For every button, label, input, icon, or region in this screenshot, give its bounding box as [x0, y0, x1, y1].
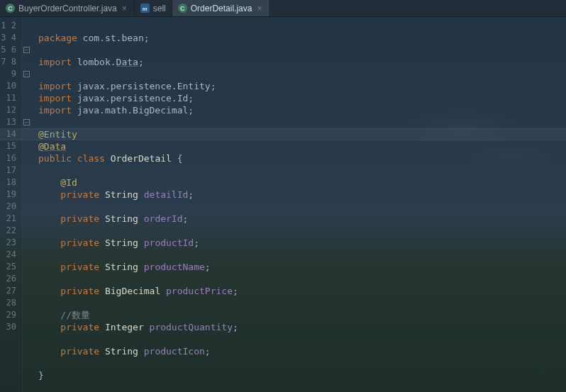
- package-path: com.st.bean;: [77, 33, 150, 43]
- class-name: OrderDetail: [111, 153, 172, 164]
- fold-toggle-icon[interactable]: −: [23, 119, 30, 125]
- field-name: productPrice: [166, 286, 233, 296]
- annotation-id: @Id: [60, 177, 77, 188]
- brace: {: [172, 153, 183, 164]
- keyword-private: private: [60, 213, 99, 224]
- type: String: [105, 237, 138, 248]
- tab-label: BuyerOrderController.java: [18, 4, 117, 13]
- import-path: lombok.: [72, 57, 116, 67]
- type: BigDecimal: [105, 286, 160, 296]
- keyword-private: private: [60, 237, 99, 248]
- import-path: javax.persistence.Id;: [72, 93, 194, 103]
- type: String: [105, 189, 138, 200]
- comment: //数量: [60, 310, 90, 320]
- field-name: productIcon: [144, 346, 205, 357]
- maven-icon: m: [140, 4, 150, 13]
- close-icon[interactable]: ×: [121, 4, 128, 13]
- semicolon: ;: [138, 57, 144, 67]
- import-path: java.math.BigDecimal;: [72, 105, 194, 116]
- keyword-private: private: [60, 346, 99, 357]
- keyword-import: import: [38, 93, 72, 103]
- import-data: Data: [116, 57, 138, 67]
- type: String: [105, 213, 138, 224]
- current-line-highlight: [0, 128, 566, 140]
- keyword-import: import: [38, 105, 72, 116]
- type: String: [105, 346, 138, 357]
- keyword-import: import: [38, 81, 72, 91]
- semicolon: ;: [183, 213, 189, 224]
- semicolon: ;: [205, 262, 211, 272]
- line-gutter: 1 2 3 4 5 6 7 8 9 10 11 12 13 14 15 16 1…: [0, 17, 23, 392]
- keyword-public: public: [38, 153, 72, 164]
- keyword-package: package: [38, 33, 77, 43]
- semicolon: ;: [205, 346, 211, 357]
- tab-label: OrderDetail.java: [191, 4, 253, 13]
- tab-orderdetail[interactable]: C OrderDetail.java ×: [172, 0, 270, 16]
- code-editor[interactable]: 1 2 3 4 5 6 7 8 9 10 11 12 13 14 15 16 1…: [0, 17, 566, 392]
- close-icon[interactable]: ×: [255, 4, 263, 13]
- java-class-icon: C: [178, 4, 187, 13]
- field-name: productQuantity: [150, 322, 233, 332]
- keyword-import: import: [38, 57, 72, 67]
- annotation-data: @Data: [38, 141, 66, 152]
- import-path: javax.persistence.Entity;: [72, 81, 216, 91]
- semicolon: ;: [233, 322, 238, 332]
- keyword-private: private: [60, 189, 99, 200]
- field-name: productName: [144, 262, 205, 272]
- semicolon: ;: [194, 237, 199, 248]
- tab-label: sell: [153, 4, 166, 13]
- field-name: productId: [144, 237, 194, 248]
- keyword-private: private: [60, 322, 99, 332]
- keyword-class: class: [77, 153, 105, 164]
- tab-bar: C BuyerOrderController.java × m sell C O…: [0, 0, 566, 17]
- fold-toggle-icon[interactable]: −: [23, 47, 30, 53]
- fold-column: −−−: [23, 17, 33, 392]
- brace-close: }: [38, 370, 44, 381]
- code-area[interactable]: package com.st.bean; import lombok.Data;…: [33, 17, 566, 392]
- semicolon: ;: [188, 189, 194, 200]
- tab-buyerordercontroller[interactable]: C BuyerOrderController.java ×: [0, 0, 135, 16]
- field-name: detailId: [144, 189, 189, 200]
- type: String: [105, 262, 138, 272]
- type: Integer: [105, 322, 144, 332]
- tab-sell[interactable]: m sell: [135, 0, 172, 16]
- java-class-icon: C: [6, 4, 15, 13]
- fold-toggle-icon[interactable]: −: [23, 71, 30, 77]
- keyword-private: private: [60, 262, 99, 272]
- field-name: orderId: [144, 213, 183, 224]
- keyword-private: private: [60, 286, 99, 296]
- semicolon: ;: [233, 286, 238, 296]
